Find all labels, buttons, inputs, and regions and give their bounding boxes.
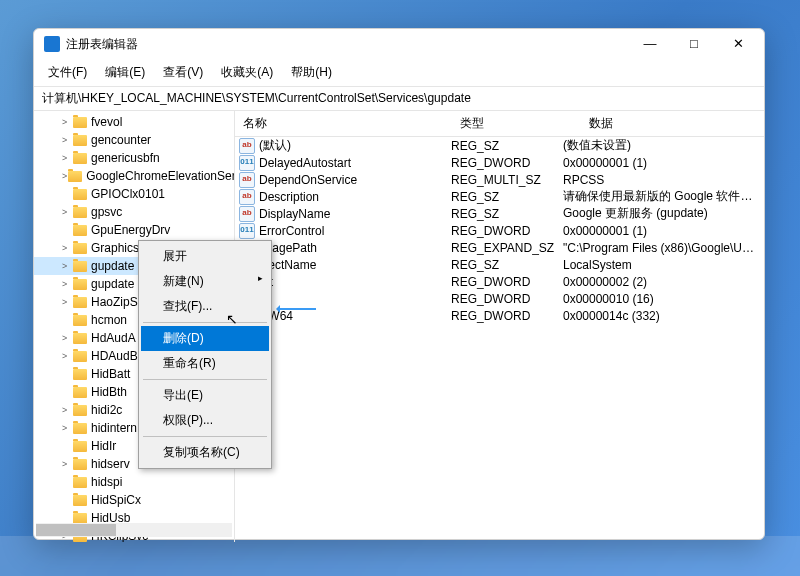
maximize-button[interactable]: □ <box>672 30 716 58</box>
tree-label: gupdate <box>91 277 134 291</box>
tree-label: HidIr <box>91 439 116 453</box>
value-row[interactable]: abDescriptionREG_SZ请确保使用最新版的 Google 软件。如… <box>235 188 764 205</box>
tree-label: GpuEnergyDrv <box>91 223 170 237</box>
value-data: 请确保使用最新版的 Google 软件。如果停用或 <box>563 188 760 205</box>
value-name: DelayedAutostart <box>259 156 451 170</box>
chevron-icon[interactable]: > <box>62 405 72 415</box>
ctx-delete[interactable]: 删除(D) <box>141 326 269 351</box>
value-name: DependOnService <box>259 173 451 187</box>
minimize-button[interactable]: — <box>628 30 672 58</box>
value-type-icon: ab <box>239 189 255 205</box>
value-name: pe <box>259 292 451 306</box>
value-row[interactable]: 011artREG_DWORD0x00000002 (2) <box>235 273 764 290</box>
list-pane[interactable]: 名称 类型 数据 ab(默认)REG_SZ(数值未设置)011DelayedAu… <box>235 111 764 542</box>
value-name: Description <box>259 190 451 204</box>
chevron-icon[interactable]: > <box>62 333 72 343</box>
folder-icon <box>68 171 82 182</box>
tree-item-fvevol[interactable]: >fvevol <box>34 113 234 131</box>
tree-item-genericusbfn[interactable]: >genericusbfn <box>34 149 234 167</box>
list-header: 名称 类型 数据 <box>235 111 764 137</box>
ctx-expand[interactable]: 展开 <box>141 244 269 269</box>
menu-help[interactable]: 帮助(H) <box>283 61 340 84</box>
chevron-icon[interactable]: > <box>62 153 72 163</box>
tree-item-gpuenergydrv[interactable]: GpuEnergyDrv <box>34 221 234 239</box>
tree-label: hcmon <box>91 313 127 327</box>
folder-icon <box>73 153 87 164</box>
tree-label: hidserv <box>91 457 130 471</box>
value-row[interactable]: 011ErrorControlREG_DWORD0x00000001 (1) <box>235 222 764 239</box>
value-data: 0x00000010 (16) <box>563 292 760 306</box>
tree-label: GoogleChromeElevationSer <box>86 169 235 183</box>
menu-view[interactable]: 查看(V) <box>155 61 211 84</box>
ctx-new[interactable]: 新建(N) <box>141 269 269 294</box>
chevron-icon[interactable]: > <box>62 261 72 271</box>
chevron-icon[interactable]: > <box>62 135 72 145</box>
value-type: REG_SZ <box>451 190 563 204</box>
ctx-permissions[interactable]: 权限(P)... <box>141 408 269 433</box>
value-row[interactable]: abImagePathREG_EXPAND_SZ"C:\Program File… <box>235 239 764 256</box>
chevron-icon[interactable]: > <box>62 297 72 307</box>
chevron-icon[interactable]: > <box>62 423 72 433</box>
address-bar[interactable]: 计算机\HKEY_LOCAL_MACHINE\SYSTEM\CurrentCon… <box>34 86 764 111</box>
column-name[interactable]: 名称 <box>235 111 452 136</box>
value-name: (默认) <box>259 137 451 154</box>
ctx-separator <box>143 322 267 323</box>
ctx-export[interactable]: 导出(E) <box>141 383 269 408</box>
folder-icon <box>73 441 87 452</box>
tree-label: HidBatt <box>91 367 130 381</box>
value-row[interactable]: 011DelayedAutostartREG_DWORD0x00000001 (… <box>235 154 764 171</box>
menubar: 文件(F) 编辑(E) 查看(V) 收藏夹(A) 帮助(H) <box>34 59 764 86</box>
value-data: "C:\Program Files (x86)\Google\Update\Go <box>563 241 760 255</box>
folder-icon <box>73 423 87 434</box>
chevron-icon[interactable]: > <box>62 459 72 469</box>
value-type: REG_DWORD <box>451 275 563 289</box>
column-data[interactable]: 数据 <box>581 111 764 136</box>
ctx-find[interactable]: 查找(F)... <box>141 294 269 319</box>
tree-label: HaoZipS <box>91 295 138 309</box>
chevron-icon[interactable]: > <box>62 351 72 361</box>
tree-label: HdAudA <box>91 331 136 345</box>
value-type: REG_DWORD <box>451 224 563 238</box>
chevron-icon[interactable]: > <box>62 279 72 289</box>
menu-edit[interactable]: 编辑(E) <box>97 61 153 84</box>
folder-icon <box>73 189 87 200</box>
tree-item-gpsvc[interactable]: >gpsvc <box>34 203 234 221</box>
value-type: REG_SZ <box>451 207 563 221</box>
menu-favorites[interactable]: 收藏夹(A) <box>213 61 281 84</box>
value-row[interactable]: abojectNameREG_SZLocalSystem <box>235 256 764 273</box>
tree-item-hidspi[interactable]: hidspi <box>34 473 234 491</box>
folder-icon <box>73 405 87 416</box>
chevron-icon[interactable]: > <box>62 117 72 127</box>
chevron-icon[interactable]: > <box>62 171 67 181</box>
folder-icon <box>73 297 87 308</box>
folder-icon <box>73 459 87 470</box>
column-type[interactable]: 类型 <box>452 111 581 136</box>
folder-icon <box>73 333 87 344</box>
ctx-rename[interactable]: 重命名(R) <box>141 351 269 376</box>
tree-item-hidspicx[interactable]: HidSpiCx <box>34 491 234 509</box>
tree-item-googlechromeelevationser[interactable]: >GoogleChromeElevationSer <box>34 167 234 185</box>
chevron-icon[interactable]: > <box>62 243 72 253</box>
ctx-copy-key[interactable]: 复制项名称(C) <box>141 440 269 465</box>
tree-scrollbar-horizontal[interactable] <box>36 523 232 537</box>
close-button[interactable]: ✕ <box>716 30 760 58</box>
value-row[interactable]: abDisplayNameREG_SZGoogle 更新服务 (gupdate) <box>235 205 764 222</box>
app-icon <box>44 36 60 52</box>
value-row[interactable]: 011peREG_DWORD0x00000010 (16) <box>235 290 764 307</box>
titlebar[interactable]: 注册表编辑器 — □ ✕ <box>34 29 764 59</box>
ctx-separator <box>143 436 267 437</box>
tree-item-gpioclx0101[interactable]: GPIOClx0101 <box>34 185 234 203</box>
value-type-icon: ab <box>239 138 255 154</box>
scrollbar-thumb[interactable] <box>36 524 116 536</box>
value-data: (数值未设置) <box>563 137 760 154</box>
tree-item-gencounter[interactable]: >gencounter <box>34 131 234 149</box>
menu-file[interactable]: 文件(F) <box>40 61 95 84</box>
tree-label: gencounter <box>91 133 151 147</box>
value-row[interactable]: ab(默认)REG_SZ(数值未设置) <box>235 137 764 154</box>
ctx-separator <box>143 379 267 380</box>
value-data: RPCSS <box>563 173 760 187</box>
value-row[interactable]: abDependOnServiceREG_MULTI_SZRPCSS <box>235 171 764 188</box>
value-type-icon: 011 <box>239 155 255 171</box>
chevron-icon[interactable]: > <box>62 207 72 217</box>
tree-label: HidSpiCx <box>91 493 141 507</box>
